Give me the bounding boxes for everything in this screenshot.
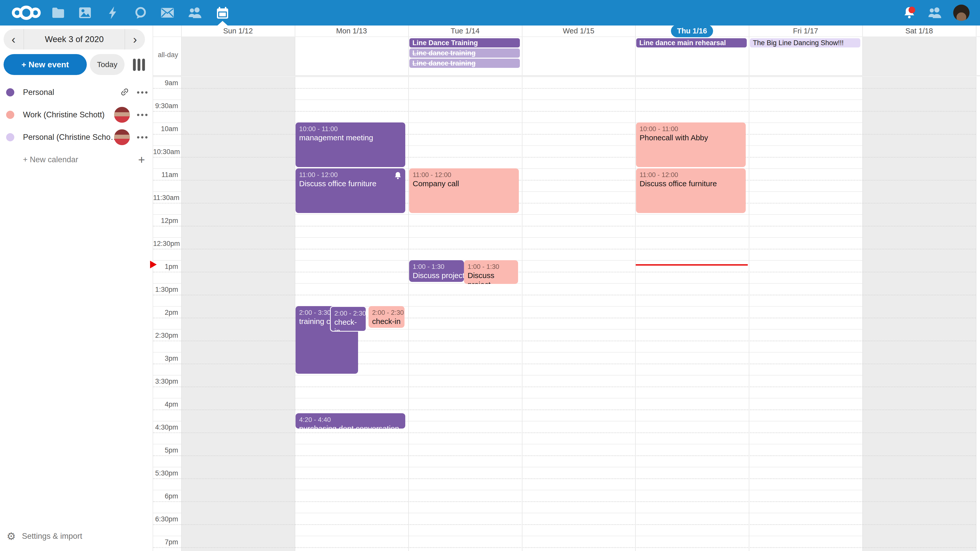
calendar-event[interactable]: 1:00 - 1:30Discuss project announcement	[464, 260, 518, 284]
notifications-bell-icon[interactable]	[898, 0, 921, 25]
talk-app-icon[interactable]	[128, 0, 153, 25]
settings-and-import[interactable]: ⚙ Settings & import	[0, 529, 153, 544]
user-avatar[interactable]	[950, 0, 973, 25]
week-range-label[interactable]: Week 3 of 2020	[24, 29, 124, 49]
calendar-color-dot	[6, 111, 14, 119]
slot-line	[153, 283, 976, 284]
day-header[interactable]: Fri 1/17	[749, 25, 862, 37]
time-axis-label: 12:30pm	[153, 240, 178, 248]
share-link-icon[interactable]	[118, 85, 132, 100]
day-header[interactable]: Sun 1/12	[181, 25, 295, 37]
next-week-button[interactable]: ›	[124, 29, 145, 49]
event-time: 1:00 - 1:30	[413, 262, 460, 271]
all-day-event[interactable]: Line dance main rehearsal	[636, 38, 747, 48]
slot-line	[153, 467, 976, 467]
slot-line	[153, 329, 976, 330]
activity-app-icon[interactable]	[100, 0, 125, 25]
calendar-event[interactable]: 11:00 - 12:00Discuss office furniture	[296, 168, 405, 213]
calendar-list-item[interactable]: Personal (Christine Scho…	[0, 126, 153, 148]
today-button[interactable]: Today	[90, 54, 124, 75]
calendar-name: Work (Christine Schott)	[23, 110, 105, 119]
contacts-app-icon[interactable]	[182, 0, 208, 25]
new-calendar-item[interactable]: + New calendar+	[0, 148, 153, 171]
week-view-grid: all-daySun 1/12Mon 1/13Tue 1/14Wed 1/15T…	[153, 25, 980, 551]
event-title: check-in	[334, 318, 362, 332]
event-title: Phonecall with Abby	[640, 133, 742, 142]
calendar-actions-menu-icon[interactable]	[137, 91, 148, 94]
event-title: purchasing dept conversation	[299, 424, 402, 429]
time-axis-label: 6pm	[153, 492, 178, 500]
notification-badge	[908, 6, 915, 13]
slot-line	[153, 237, 976, 238]
time-axis-label: 6:30pm	[153, 515, 178, 523]
new-event-button[interactable]: + New event	[3, 54, 87, 75]
settings-label: Settings & import	[22, 532, 82, 541]
all-day-event[interactable]: Line Dance Training	[409, 38, 520, 48]
calendar-event[interactable]: 10:00 - 11:00management meeting	[296, 122, 405, 167]
event-title: Discuss project announcement	[413, 271, 460, 280]
quarter-slot-line	[153, 478, 976, 479]
quarter-slot-line	[153, 88, 976, 89]
plus-icon[interactable]: +	[138, 154, 145, 165]
time-axis-label: 10am	[153, 125, 178, 133]
all-day-event[interactable]: Line dance training	[409, 59, 520, 68]
column-separator	[749, 25, 749, 551]
view-mode-icon[interactable]	[132, 58, 145, 71]
event-time: 11:00 - 12:00	[640, 170, 742, 179]
event-time: 4:20 - 4:40	[299, 415, 402, 424]
calendar-event[interactable]: 4:20 - 4:40purchasing dept conversation	[296, 413, 405, 429]
quarter-slot-line	[153, 386, 976, 387]
all-day-event[interactable]: Line dance training	[409, 48, 520, 58]
time-axis-label: 7pm	[153, 538, 178, 546]
time-axis-label: 11am	[153, 171, 178, 179]
event-title: check-in	[372, 317, 401, 326]
photos-app-icon[interactable]	[72, 0, 98, 25]
day-header[interactable]: Tue 1/14	[408, 25, 522, 37]
previous-week-button[interactable]: ‹	[3, 29, 24, 49]
nextcloud-logo[interactable]	[10, 5, 42, 22]
contacts-menu-icon[interactable]	[923, 0, 946, 25]
day-header[interactable]: Wed 1/15	[522, 25, 635, 37]
slot-line	[153, 306, 976, 306]
slot-line	[153, 490, 976, 490]
calendar-event[interactable]: 1:00 - 1:30Discuss project announcement	[409, 260, 464, 282]
quarter-slot-line	[153, 203, 976, 203]
time-axis-label: 9am	[153, 79, 178, 87]
weekend-column-bg	[181, 37, 295, 551]
slot-line	[153, 76, 976, 77]
slot-line	[153, 421, 976, 421]
quarter-slot-line	[153, 455, 976, 456]
time-axis-label: 9:30am	[153, 102, 178, 110]
calendar-event[interactable]: 11:00 - 12:00Discuss office furniture	[636, 168, 746, 213]
quarter-slot-line	[153, 364, 976, 364]
day-header[interactable]: Mon 1/13	[295, 25, 408, 37]
quarter-slot-line	[153, 501, 976, 502]
time-axis-label: 2:30pm	[153, 332, 178, 340]
files-app-icon[interactable]	[45, 0, 71, 25]
calendar-list-item[interactable]: Personal	[0, 81, 153, 103]
event-time: 2:00 - 2:30	[372, 308, 401, 317]
calendar-event[interactable]: 11:00 - 12:00Company call	[409, 168, 519, 213]
quarter-slot-line	[153, 249, 976, 249]
calendar-app-icon[interactable]	[210, 0, 235, 25]
top-navbar	[0, 0, 980, 25]
mail-app-icon[interactable]	[155, 0, 180, 25]
day-header[interactable]: Sat 1/18	[862, 25, 976, 37]
calendar-list-item[interactable]: Work (Christine Schott)	[0, 103, 153, 126]
day-header[interactable]: Thu 1/16	[635, 25, 749, 37]
quarter-slot-line	[153, 111, 976, 112]
calendar-actions-menu-icon[interactable]	[137, 136, 148, 138]
gear-icon: ⚙	[6, 531, 16, 541]
today-date-pill[interactable]: Thu 1/16	[671, 25, 713, 37]
allday-divider	[153, 75, 980, 76]
calendar-event[interactable]: 2:00 - 2:30check-in	[330, 306, 366, 332]
calendar-actions-menu-icon[interactable]	[137, 114, 148, 116]
calendar-event[interactable]: 2:00 - 2:30check-in	[369, 306, 404, 328]
event-title: Company call	[413, 179, 515, 188]
time-axis-label: 5pm	[153, 446, 178, 454]
all-day-event[interactable]: The Big Line Dancing Show!!!	[750, 38, 860, 48]
time-axis-label: 1pm	[153, 263, 178, 271]
slot-line	[153, 168, 976, 169]
time-axis-label: 5:30pm	[153, 469, 178, 477]
calendar-event[interactable]: 10:00 - 11:00Phonecall with Abby	[636, 122, 746, 167]
